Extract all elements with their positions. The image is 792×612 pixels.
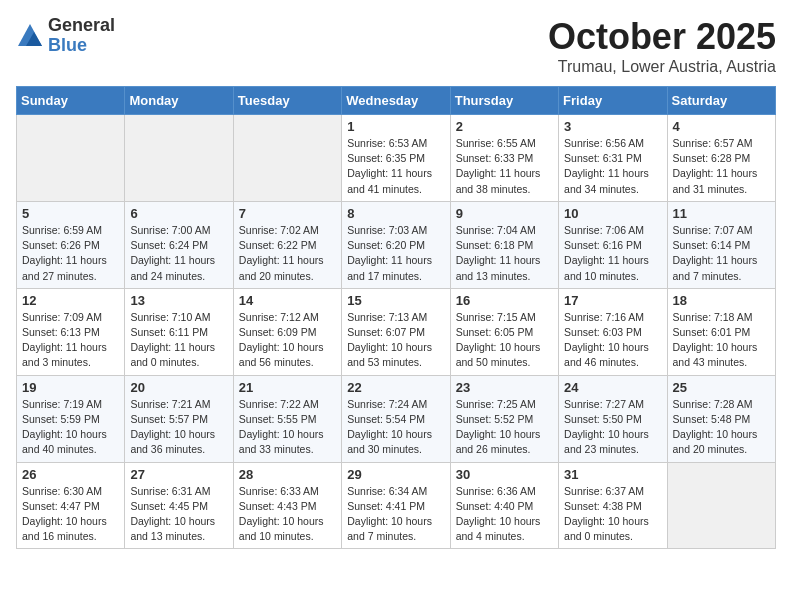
calendar-cell xyxy=(233,115,341,202)
calendar-week-row: 12Sunrise: 7:09 AM Sunset: 6:13 PM Dayli… xyxy=(17,288,776,375)
day-info: Sunrise: 7:07 AM Sunset: 6:14 PM Dayligh… xyxy=(673,223,770,284)
day-number: 17 xyxy=(564,293,661,308)
month-title: October 2025 xyxy=(548,16,776,58)
day-number: 2 xyxy=(456,119,553,134)
day-number: 5 xyxy=(22,206,119,221)
calendar-cell: 26Sunrise: 6:30 AM Sunset: 4:47 PM Dayli… xyxy=(17,462,125,549)
calendar-cell xyxy=(667,462,775,549)
day-number: 21 xyxy=(239,380,336,395)
day-info: Sunrise: 7:22 AM Sunset: 5:55 PM Dayligh… xyxy=(239,397,336,458)
day-number: 12 xyxy=(22,293,119,308)
calendar-cell: 14Sunrise: 7:12 AM Sunset: 6:09 PM Dayli… xyxy=(233,288,341,375)
day-info: Sunrise: 7:10 AM Sunset: 6:11 PM Dayligh… xyxy=(130,310,227,371)
day-info: Sunrise: 7:25 AM Sunset: 5:52 PM Dayligh… xyxy=(456,397,553,458)
page-header: General Blue October 2025 Trumau, Lower … xyxy=(16,16,776,76)
day-info: Sunrise: 7:21 AM Sunset: 5:57 PM Dayligh… xyxy=(130,397,227,458)
weekday-header-tuesday: Tuesday xyxy=(233,87,341,115)
calendar-cell: 6Sunrise: 7:00 AM Sunset: 6:24 PM Daylig… xyxy=(125,201,233,288)
calendar-cell: 3Sunrise: 6:56 AM Sunset: 6:31 PM Daylig… xyxy=(559,115,667,202)
day-info: Sunrise: 7:04 AM Sunset: 6:18 PM Dayligh… xyxy=(456,223,553,284)
day-number: 31 xyxy=(564,467,661,482)
calendar-cell: 20Sunrise: 7:21 AM Sunset: 5:57 PM Dayli… xyxy=(125,375,233,462)
logo-blue-text: Blue xyxy=(48,36,115,56)
weekday-header-sunday: Sunday xyxy=(17,87,125,115)
day-info: Sunrise: 6:33 AM Sunset: 4:43 PM Dayligh… xyxy=(239,484,336,545)
day-number: 7 xyxy=(239,206,336,221)
day-number: 1 xyxy=(347,119,444,134)
calendar-cell: 15Sunrise: 7:13 AM Sunset: 6:07 PM Dayli… xyxy=(342,288,450,375)
day-info: Sunrise: 7:16 AM Sunset: 6:03 PM Dayligh… xyxy=(564,310,661,371)
calendar-cell xyxy=(125,115,233,202)
weekday-header-friday: Friday xyxy=(559,87,667,115)
day-number: 29 xyxy=(347,467,444,482)
weekday-header-wednesday: Wednesday xyxy=(342,87,450,115)
calendar-cell: 29Sunrise: 6:34 AM Sunset: 4:41 PM Dayli… xyxy=(342,462,450,549)
day-info: Sunrise: 7:02 AM Sunset: 6:22 PM Dayligh… xyxy=(239,223,336,284)
calendar-cell: 7Sunrise: 7:02 AM Sunset: 6:22 PM Daylig… xyxy=(233,201,341,288)
day-number: 27 xyxy=(130,467,227,482)
day-number: 11 xyxy=(673,206,770,221)
calendar-cell: 8Sunrise: 7:03 AM Sunset: 6:20 PM Daylig… xyxy=(342,201,450,288)
calendar-cell: 30Sunrise: 6:36 AM Sunset: 4:40 PM Dayli… xyxy=(450,462,558,549)
day-number: 3 xyxy=(564,119,661,134)
day-info: Sunrise: 6:59 AM Sunset: 6:26 PM Dayligh… xyxy=(22,223,119,284)
weekday-header-monday: Monday xyxy=(125,87,233,115)
day-info: Sunrise: 7:13 AM Sunset: 6:07 PM Dayligh… xyxy=(347,310,444,371)
location-title: Trumau, Lower Austria, Austria xyxy=(548,58,776,76)
day-info: Sunrise: 6:36 AM Sunset: 4:40 PM Dayligh… xyxy=(456,484,553,545)
calendar-cell: 2Sunrise: 6:55 AM Sunset: 6:33 PM Daylig… xyxy=(450,115,558,202)
title-block: October 2025 Trumau, Lower Austria, Aust… xyxy=(548,16,776,76)
day-info: Sunrise: 7:06 AM Sunset: 6:16 PM Dayligh… xyxy=(564,223,661,284)
logo: General Blue xyxy=(16,16,115,56)
day-number: 22 xyxy=(347,380,444,395)
day-info: Sunrise: 7:18 AM Sunset: 6:01 PM Dayligh… xyxy=(673,310,770,371)
day-number: 24 xyxy=(564,380,661,395)
day-number: 13 xyxy=(130,293,227,308)
calendar-cell: 13Sunrise: 7:10 AM Sunset: 6:11 PM Dayli… xyxy=(125,288,233,375)
day-number: 16 xyxy=(456,293,553,308)
calendar-cell: 16Sunrise: 7:15 AM Sunset: 6:05 PM Dayli… xyxy=(450,288,558,375)
day-info: Sunrise: 7:03 AM Sunset: 6:20 PM Dayligh… xyxy=(347,223,444,284)
day-number: 10 xyxy=(564,206,661,221)
calendar-cell: 9Sunrise: 7:04 AM Sunset: 6:18 PM Daylig… xyxy=(450,201,558,288)
logo-general-text: General xyxy=(48,16,115,36)
day-info: Sunrise: 6:56 AM Sunset: 6:31 PM Dayligh… xyxy=(564,136,661,197)
day-info: Sunrise: 7:24 AM Sunset: 5:54 PM Dayligh… xyxy=(347,397,444,458)
calendar-table: SundayMondayTuesdayWednesdayThursdayFrid… xyxy=(16,86,776,549)
day-info: Sunrise: 6:30 AM Sunset: 4:47 PM Dayligh… xyxy=(22,484,119,545)
calendar-cell: 25Sunrise: 7:28 AM Sunset: 5:48 PM Dayli… xyxy=(667,375,775,462)
day-info: Sunrise: 7:15 AM Sunset: 6:05 PM Dayligh… xyxy=(456,310,553,371)
calendar-cell: 17Sunrise: 7:16 AM Sunset: 6:03 PM Dayli… xyxy=(559,288,667,375)
day-info: Sunrise: 6:53 AM Sunset: 6:35 PM Dayligh… xyxy=(347,136,444,197)
weekday-header-saturday: Saturday xyxy=(667,87,775,115)
day-number: 9 xyxy=(456,206,553,221)
day-number: 14 xyxy=(239,293,336,308)
calendar-week-row: 26Sunrise: 6:30 AM Sunset: 4:47 PM Dayli… xyxy=(17,462,776,549)
day-number: 28 xyxy=(239,467,336,482)
calendar-cell: 22Sunrise: 7:24 AM Sunset: 5:54 PM Dayli… xyxy=(342,375,450,462)
calendar-cell xyxy=(17,115,125,202)
day-info: Sunrise: 7:19 AM Sunset: 5:59 PM Dayligh… xyxy=(22,397,119,458)
day-info: Sunrise: 7:09 AM Sunset: 6:13 PM Dayligh… xyxy=(22,310,119,371)
day-number: 6 xyxy=(130,206,227,221)
calendar-week-row: 5Sunrise: 6:59 AM Sunset: 6:26 PM Daylig… xyxy=(17,201,776,288)
calendar-cell: 12Sunrise: 7:09 AM Sunset: 6:13 PM Dayli… xyxy=(17,288,125,375)
day-info: Sunrise: 6:55 AM Sunset: 6:33 PM Dayligh… xyxy=(456,136,553,197)
calendar-cell: 1Sunrise: 6:53 AM Sunset: 6:35 PM Daylig… xyxy=(342,115,450,202)
day-info: Sunrise: 6:31 AM Sunset: 4:45 PM Dayligh… xyxy=(130,484,227,545)
calendar-cell: 5Sunrise: 6:59 AM Sunset: 6:26 PM Daylig… xyxy=(17,201,125,288)
day-info: Sunrise: 7:28 AM Sunset: 5:48 PM Dayligh… xyxy=(673,397,770,458)
day-number: 19 xyxy=(22,380,119,395)
calendar-cell: 19Sunrise: 7:19 AM Sunset: 5:59 PM Dayli… xyxy=(17,375,125,462)
calendar-week-row: 1Sunrise: 6:53 AM Sunset: 6:35 PM Daylig… xyxy=(17,115,776,202)
day-number: 26 xyxy=(22,467,119,482)
calendar-cell: 11Sunrise: 7:07 AM Sunset: 6:14 PM Dayli… xyxy=(667,201,775,288)
weekday-header-row: SundayMondayTuesdayWednesdayThursdayFrid… xyxy=(17,87,776,115)
day-number: 20 xyxy=(130,380,227,395)
day-number: 15 xyxy=(347,293,444,308)
calendar-cell: 21Sunrise: 7:22 AM Sunset: 5:55 PM Dayli… xyxy=(233,375,341,462)
calendar-cell: 28Sunrise: 6:33 AM Sunset: 4:43 PM Dayli… xyxy=(233,462,341,549)
day-number: 4 xyxy=(673,119,770,134)
day-number: 23 xyxy=(456,380,553,395)
day-number: 18 xyxy=(673,293,770,308)
